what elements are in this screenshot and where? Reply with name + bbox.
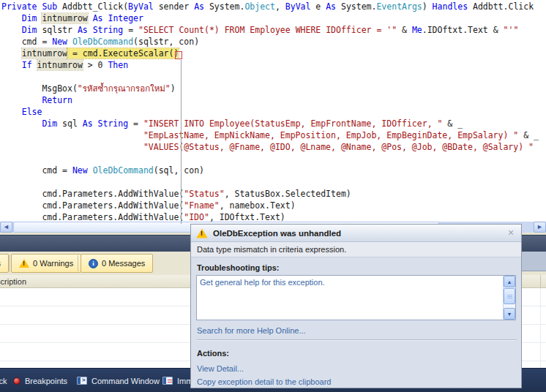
scroll-up-icon[interactable]: ▲: [504, 276, 515, 287]
tab-command-window[interactable]: Command Window: [77, 369, 160, 392]
code-line: cmd.Parameters.AddWithValue("Fname", nam…: [1, 200, 546, 211]
column-divider[interactable]: [540, 275, 541, 288]
tab-messages-label: 0 Messages: [102, 259, 145, 268]
exception-location-marker: [175, 51, 182, 59]
immediate-window-icon: [162, 377, 173, 385]
tips-vscrollbar[interactable]: ▲ ▼: [503, 276, 515, 320]
tab-breakpoints[interactable]: Breakpoints: [13, 369, 67, 392]
code-line: Dim sqlstr As String = "SELECT Count(*) …: [1, 24, 546, 36]
code-lines: Private Sub Addbtt_Click(ByVal sender As…: [0, 0, 546, 222]
code-line: Dim intnumrow As Integer: [1, 12, 546, 24]
tab-warnings[interactable]: 0 Warnings: [11, 254, 81, 273]
exception-dialog: OleDbException was unhandled × Data type…: [190, 224, 522, 388]
info-icon: i: [89, 259, 98, 268]
code-line: intnumrow = cmd.ExecuteScalar(): [1, 48, 546, 59]
actions-label: Actions:: [197, 349, 229, 358]
code-line: cmd = New OleDbCommand(sqlstr, con): [1, 36, 546, 48]
column-header-label: Description: [0, 275, 26, 288]
column-gridline: [540, 288, 541, 368]
code-line: [1, 153, 546, 165]
warning-icon: [196, 228, 207, 238]
tab-warnings-label: 0 Warnings: [33, 259, 73, 268]
code-line: "EmpLastName, EmpNickName, EmpPosition, …: [1, 129, 546, 141]
code-line: cmd = New OleDbCommand(sql, con): [1, 165, 546, 176]
breakpoint-icon: [13, 377, 20, 385]
tips-listbox[interactable]: Get general help for this exception. ▲ ▼: [196, 275, 516, 320]
code-line: [1, 176, 546, 188]
troubleshooting-tips-label: Troubleshooting tips:: [197, 263, 279, 272]
exception-dialog-title: OleDbException was unhandled: [213, 229, 341, 238]
command-window-icon: [77, 377, 87, 385]
search-help-online-link[interactable]: Search for more Help Online...: [197, 326, 306, 335]
code-line: cmd.Parameters.AddWithValue("IDO", IDOft…: [1, 211, 546, 222]
warning-icon: [19, 259, 29, 268]
scroll-right-icon[interactable]: ►: [534, 222, 546, 233]
tab-call-stack-label: Call Stack: [0, 377, 7, 385]
tab-errors[interactable]: x 0 Errors: [0, 254, 9, 273]
code-line: Return: [1, 94, 546, 106]
code-line: Else: [1, 106, 546, 118]
copy-exception-link[interactable]: Copy exception detail to the clipboard: [197, 377, 331, 386]
code-line: cmd.Parameters.AddWithValue("Status", St…: [1, 188, 546, 200]
scroll-down-icon[interactable]: ▼: [504, 308, 515, 320]
exception-message: Data type mismatch in criteria expressio…: [191, 242, 521, 257]
code-line: If intnumrow > 0 Then: [1, 59, 546, 71]
tip-link[interactable]: Get general help for this exception.: [200, 278, 325, 287]
tab-separator: [9, 255, 10, 271]
dialog-separator: [197, 339, 517, 341]
exception-callout-line: [181, 60, 182, 224]
view-detail-link[interactable]: View Detail...: [197, 364, 244, 373]
scroll-left-icon[interactable]: ◄: [0, 222, 12, 233]
ide-window: Private Sub Addbtt_Click(ByVal sender As…: [0, 0, 546, 392]
tab-command-window-label: Command Window: [91, 377, 160, 385]
tab-messages[interactable]: i 0 Messages: [81, 254, 153, 273]
code-line: [1, 71, 546, 83]
code-line: Private Sub Addbtt_Click(ByVal sender As…: [1, 1, 546, 12]
code-line: "VALUES(@Status, @Fname, @IDO, @Lname, @…: [1, 141, 546, 153]
code-line: Dim sql As String = "INSERT INTO Employe…: [1, 118, 546, 129]
tab-errors-label: 0 Errors: [0, 259, 1, 268]
code-editor[interactable]: Private Sub Addbtt_Click(ByVal sender As…: [0, 0, 546, 222]
exception-dialog-titlebar: OleDbException was unhandled: [191, 225, 521, 242]
tab-separator: [78, 255, 78, 271]
code-line: MsgBox("รหัสซ้ำกรุณากรอกใหม่"): [1, 83, 546, 94]
tab-breakpoints-label: Breakpoints: [25, 377, 67, 385]
close-icon[interactable]: ×: [505, 227, 517, 238]
vscrollbar-thumb[interactable]: [504, 288, 515, 304]
tab-call-stack[interactable]: Call Stack: [0, 369, 7, 392]
